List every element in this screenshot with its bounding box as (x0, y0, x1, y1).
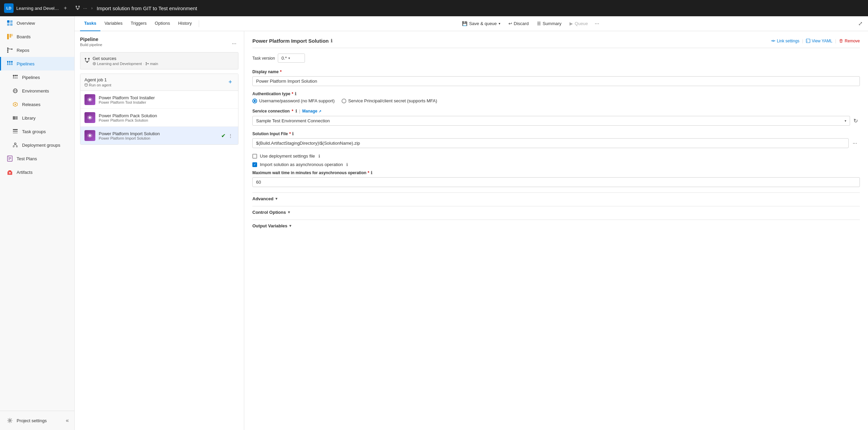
auth-service-principal-label: Service Principal/client secret (support… (348, 98, 437, 103)
task-name-0: Power Platform Tool Installer (99, 95, 234, 100)
control-options-label: Control Options (252, 210, 286, 215)
svg-point-78 (89, 99, 91, 101)
use-deployment-checkbox-row[interactable]: Use deployment settings file ℹ (252, 153, 860, 159)
task-dots-button[interactable]: ⋮ (227, 132, 234, 139)
pipeline-more-button[interactable]: ··· (230, 40, 238, 47)
sidebar-item-pipelines[interactable]: Pipelines (0, 57, 74, 70)
advanced-chevron-icon: ▾ (275, 197, 277, 201)
pp-import-icon (84, 130, 95, 141)
org-avatar: LD (4, 3, 14, 13)
sidebar-item-repos[interactable]: Repos (0, 43, 74, 57)
detail-info-icon[interactable]: ℹ (331, 38, 332, 43)
discard-button[interactable]: ↩ Discard (505, 20, 532, 27)
queue-button[interactable]: ▶ Queue (566, 20, 591, 27)
sidebar-item-library[interactable]: Library (0, 111, 74, 125)
solution-input-more-button[interactable]: ··· (850, 139, 860, 148)
service-conn-info-icon[interactable]: ℹ (295, 109, 297, 114)
task-item-1[interactable]: Power Platform Pack Solution Power Platf… (80, 109, 238, 127)
tab-tasks[interactable]: Tasks (80, 16, 100, 31)
svg-rect-42 (14, 116, 15, 120)
link-settings-button[interactable]: Link settings (771, 39, 799, 43)
svg-rect-26 (7, 64, 8, 65)
collapse-sidebar-button[interactable]: « (66, 417, 69, 424)
add-org-button[interactable]: + (64, 5, 67, 11)
tab-triggers[interactable]: Triggers (127, 16, 151, 31)
import-async-checkbox[interactable]: ✓ (252, 162, 257, 167)
task-name-2: Power Platform Import Solution (99, 131, 218, 136)
svg-rect-46 (13, 132, 18, 134)
sidebar-item-boards[interactable]: Boards (0, 30, 74, 43)
service-conn-select[interactable]: Sample Test Environment Connection ▾ (252, 116, 850, 126)
service-connection-row: Service connection * ℹ | Manage ↗ Sample… (252, 109, 860, 126)
pipeline-subtitle: Build pipeline (80, 43, 102, 47)
task-check-icon: ✔ (221, 132, 226, 139)
remove-button[interactable]: Remove (839, 39, 860, 43)
use-deployment-label: Use deployment settings file (260, 153, 315, 159)
svg-rect-10 (10, 23, 13, 26)
use-deployment-info-icon[interactable]: ℹ (319, 154, 320, 159)
solution-input-field[interactable] (252, 138, 849, 148)
display-name-input[interactable] (252, 76, 860, 86)
summary-button[interactable]: ☰ Summary (534, 20, 565, 27)
get-sources-row[interactable]: Get sources Learning and Development · m… (80, 52, 238, 69)
use-deployment-checkbox[interactable] (252, 154, 257, 159)
max-wait-info-icon[interactable]: ℹ (371, 170, 372, 175)
org-name: Learning and Develop... (16, 6, 60, 11)
sidebar-item-deployment-groups[interactable]: Deployment groups (0, 138, 74, 152)
auth-type-radio-group: Username/password (no MFA support) Servi… (252, 98, 860, 103)
save-queue-button[interactable]: 💾 Save & queue ▾ (459, 20, 504, 27)
tab-history[interactable]: History (174, 16, 196, 31)
environments-icon (12, 87, 19, 94)
task-item-0[interactable]: Power Platform Tool Installer Power Plat… (80, 91, 238, 109)
advanced-section-header[interactable]: Advanced ▾ (252, 192, 860, 205)
queue-play-icon: ▶ (570, 21, 573, 26)
auth-type-required: * (292, 91, 293, 96)
output-variables-label: Output Variables (252, 223, 287, 228)
sidebar-label-repos: Repos (17, 48, 30, 53)
auth-username-radio[interactable]: Username/password (no MFA support) (252, 98, 335, 103)
service-conn-refresh-button[interactable]: ↻ (851, 116, 860, 126)
svg-rect-0 (76, 6, 77, 7)
sidebar-item-pipelines-sub[interactable]: Pipelines (0, 70, 74, 84)
output-variables-header[interactable]: Output Variables ▾ (252, 220, 860, 232)
control-options-header[interactable]: Control Options ▾ (252, 206, 860, 218)
control-options-section: Control Options ▾ (252, 206, 860, 218)
sidebar-item-artifacts[interactable]: Artifacts (0, 165, 74, 179)
service-conn-pipe: | (299, 109, 300, 114)
svg-line-19 (8, 49, 12, 49)
sidebar-label-task-groups: Task groups (22, 129, 46, 134)
import-async-checkbox-row[interactable]: ✓ Import solution as asynchronous operat… (252, 162, 860, 167)
sidebar-item-environments[interactable]: Environments (0, 84, 74, 98)
sidebar-item-task-groups[interactable]: Task groups (0, 125, 74, 138)
auth-type-info-icon[interactable]: ℹ (295, 91, 296, 96)
view-yaml-button[interactable]: Y View YAML (806, 39, 832, 43)
testplans-icon (6, 155, 13, 162)
task-item-2[interactable]: Power Platform Import Solution Power Pla… (80, 127, 238, 144)
svg-rect-21 (9, 61, 11, 62)
sidebar-item-test-plans[interactable]: Test Plans (0, 152, 74, 165)
import-async-label: Import solution as asynchronous operatio… (260, 162, 343, 167)
breadcrumb-dots[interactable]: ··· (83, 5, 87, 11)
expand-button[interactable]: ⤢ (858, 20, 863, 27)
sidebar-item-releases[interactable]: Releases (0, 98, 74, 111)
sidebar-item-project-settings[interactable]: Project settings « (0, 414, 74, 427)
tab-more-button[interactable]: ··· (593, 19, 601, 28)
svg-rect-62 (88, 58, 90, 59)
sidebar-item-overview[interactable]: Overview (0, 16, 74, 30)
max-wait-input[interactable] (252, 177, 860, 187)
boards-icon (6, 33, 13, 40)
agent-job-subtitle: Run on agent (84, 83, 111, 87)
agent-job-add-button[interactable]: + (226, 78, 234, 86)
import-async-info-icon[interactable]: ℹ (346, 162, 348, 167)
task-version-select[interactable]: 0.* ▾ (278, 54, 305, 63)
task-version-row: Task version 0.* ▾ (252, 54, 860, 63)
max-wait-required: * (368, 170, 369, 175)
solution-input-info-icon[interactable]: ℹ (292, 131, 294, 136)
auth-username-label: Username/password (no MFA support) (259, 98, 335, 103)
detail-header-actions: Link settings | Y View YAML | Remove (771, 38, 860, 43)
tab-options[interactable]: Options (151, 16, 174, 31)
solution-input-required: * (289, 131, 291, 136)
tab-variables[interactable]: Variables (100, 16, 127, 31)
manage-link[interactable]: Manage ↗ (302, 109, 321, 114)
auth-service-principal-radio[interactable]: Service Principal/client secret (support… (342, 98, 437, 103)
